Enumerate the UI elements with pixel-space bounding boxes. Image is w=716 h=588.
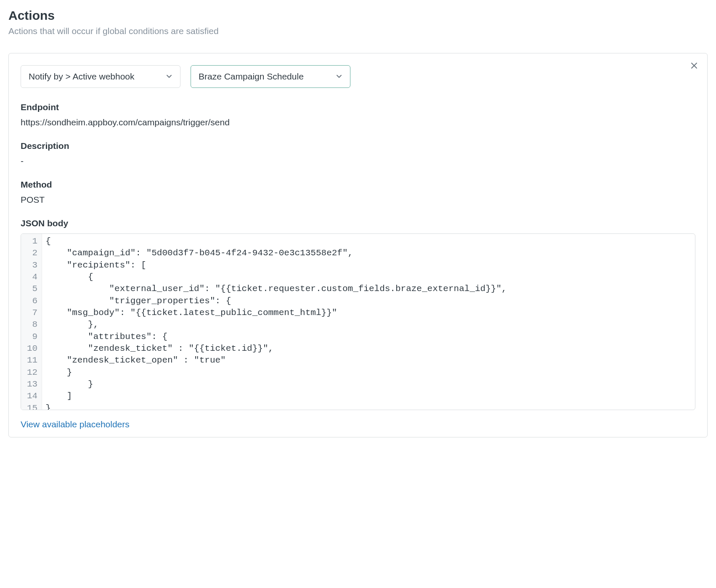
- json-body-editor[interactable]: 123456789101112131415 { "campaign_id": "…: [21, 233, 695, 410]
- page-title: Actions: [8, 8, 708, 23]
- dropdown-row: Notify by > Active webhook Braze Campaig…: [21, 65, 695, 88]
- page-subtitle: Actions that will occur if global condit…: [8, 26, 708, 36]
- code-line: {: [45, 271, 692, 283]
- code-body[interactable]: { "campaign_id": "5d00d3f7-b045-4f24-943…: [42, 234, 695, 410]
- line-number: 15: [27, 403, 37, 410]
- line-number: 2: [27, 247, 37, 259]
- code-gutter: 123456789101112131415: [21, 234, 42, 410]
- line-number: 8: [27, 319, 37, 331]
- code-line: "msg_body": "{{ticket.latest_public_comm…: [45, 307, 692, 319]
- code-line: }: [45, 403, 692, 410]
- action-target-label: Braze Campaign Schedule: [199, 72, 304, 82]
- line-number: 5: [27, 283, 37, 295]
- code-line: }: [45, 379, 692, 390]
- code-line: "attributes": {: [45, 331, 692, 343]
- chevron-down-icon: [336, 72, 342, 82]
- code-line: "external_user_id": "{{ticket.requester.…: [45, 283, 692, 295]
- line-number: 14: [27, 390, 37, 402]
- view-placeholders-link[interactable]: View available placeholders: [21, 419, 130, 429]
- line-number: 1: [27, 236, 37, 247]
- code-line: "trigger_properties": {: [45, 295, 692, 307]
- description-label: Description: [21, 141, 695, 151]
- code-line: "campaign_id": "5d00d3f7-b045-4f24-9432-…: [45, 247, 692, 259]
- code-line: }: [45, 367, 692, 379]
- line-number: 10: [27, 343, 37, 355]
- action-type-label: Notify by > Active webhook: [29, 72, 135, 82]
- line-number: 4: [27, 271, 37, 283]
- action-target-dropdown[interactable]: Braze Campaign Schedule: [191, 65, 350, 88]
- line-number: 12: [27, 367, 37, 379]
- code-line: "zendesk_ticket" : "{{ticket.id}}",: [45, 343, 692, 355]
- method-label: Method: [21, 180, 695, 190]
- line-number: 6: [27, 295, 37, 307]
- code-line: ]: [45, 390, 692, 402]
- line-number: 11: [27, 355, 37, 366]
- action-type-dropdown[interactable]: Notify by > Active webhook: [21, 65, 180, 88]
- json-body-label: JSON body: [21, 218, 695, 228]
- endpoint-value: https://sondheim.appboy.com/campaigns/tr…: [21, 117, 695, 127]
- close-button[interactable]: [689, 60, 700, 71]
- code-line: {: [45, 236, 692, 247]
- code-line: "zendesk_ticket_open" : "true": [45, 355, 692, 366]
- method-value: POST: [21, 195, 695, 205]
- code-line: "recipients": [: [45, 260, 692, 271]
- code-line: },: [45, 319, 692, 331]
- close-icon: [690, 62, 698, 69]
- line-number: 9: [27, 331, 37, 343]
- action-card: Notify by > Active webhook Braze Campaig…: [8, 53, 708, 437]
- line-number: 3: [27, 260, 37, 271]
- endpoint-label: Endpoint: [21, 102, 695, 112]
- line-number: 7: [27, 307, 37, 319]
- chevron-down-icon: [166, 72, 172, 82]
- description-value: -: [21, 156, 695, 166]
- line-number: 13: [27, 379, 37, 390]
